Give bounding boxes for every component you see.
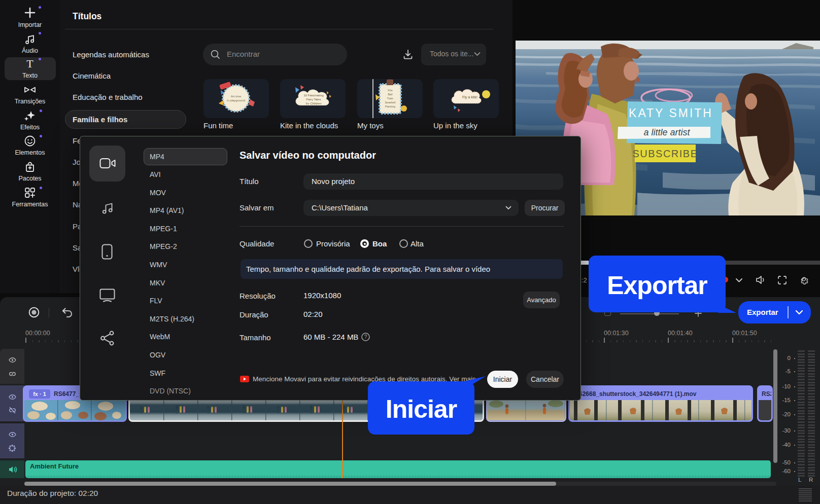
svg-text:Train: Train bbox=[387, 97, 393, 100]
svg-text:Fairy Tales: Fairy Tales bbox=[306, 98, 321, 101]
svg-text:for Children: for Children bbox=[305, 102, 321, 105]
svg-text:T: T bbox=[26, 58, 33, 70]
svg-text:Painting: Painting bbox=[385, 105, 395, 108]
svg-text:Fly a kite!: Fly a kite! bbox=[462, 95, 477, 99]
svg-text:10 Fascinating: 10 Fascinating bbox=[303, 94, 323, 97]
svg-text:Art time: Art time bbox=[231, 95, 242, 98]
svg-text:in playground: in playground bbox=[227, 99, 245, 102]
svg-text:Ball: Ball bbox=[388, 93, 392, 96]
svg-text:Kite: Kite bbox=[388, 89, 392, 92]
svg-text:SUBSCRIBE: SUBSCRIBE bbox=[632, 148, 698, 159]
svg-text:a little artist: a little artist bbox=[643, 127, 690, 137]
svg-text:Seashell: Seashell bbox=[385, 101, 395, 104]
svg-text:KATY SMITH: KATY SMITH bbox=[629, 106, 713, 120]
svg-text:?: ? bbox=[364, 334, 367, 340]
